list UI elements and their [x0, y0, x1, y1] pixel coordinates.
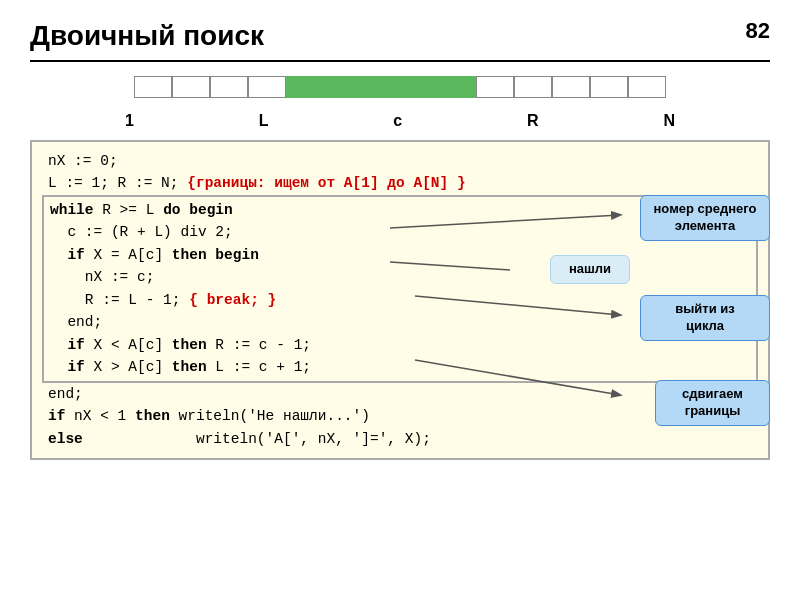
array-cell-10: [476, 76, 514, 98]
code-line-1: nX := 0;: [42, 150, 758, 172]
label-1: 1: [125, 112, 134, 130]
code-line-6: nX := c;: [44, 266, 756, 288]
callout-nomer: номер среднегоэлемента: [640, 195, 770, 241]
array-cell-8: [400, 76, 438, 98]
page-number: 82: [746, 18, 770, 44]
array-cell-6: [324, 76, 362, 98]
array-cell-12: [552, 76, 590, 98]
label-R: R: [527, 112, 539, 130]
array-cell-4: [248, 76, 286, 98]
array-cells: [134, 76, 666, 98]
array-cell-2: [172, 76, 210, 98]
title-divider: [30, 60, 770, 62]
code-line-5: if X = A[c] then begin: [44, 244, 756, 266]
code-comment-1: {границы: ищем от A[1] до A[N] }: [187, 175, 465, 191]
code-line-12: if nX < 1 then writeln('Не нашли...'): [42, 405, 758, 427]
array-cell-7: [362, 76, 400, 98]
code-line-13: else writeln('A[', nX, ']=', X);: [42, 428, 758, 450]
label-c: c: [393, 112, 402, 130]
callout-viyti: выйти изцикла: [640, 295, 770, 341]
array-cell-1: [134, 76, 172, 98]
array-cell-3: [210, 76, 248, 98]
code-line-2: L := 1; R := N; {границы: ищем от A[1] д…: [42, 172, 758, 194]
callout-nashli: нашли: [550, 255, 630, 284]
page-title: Двоичный поиск: [30, 20, 770, 52]
array-cell-13: [590, 76, 628, 98]
page: 82 Двоичный поиск 1 L c R: [0, 0, 800, 600]
label-N: N: [663, 112, 675, 130]
array-cell-11: [514, 76, 552, 98]
array-labels: 1 L c R N: [30, 112, 770, 140]
array-visualization: [30, 76, 770, 102]
array-cell-14: [628, 76, 666, 98]
array-cell-5: [286, 76, 324, 98]
array-cell-9: [438, 76, 476, 98]
callout-sdvigaem: сдвигаемграницы: [655, 380, 770, 426]
code-line-10: if X > A[c] then L := c + 1;: [44, 356, 756, 378]
label-L: L: [259, 112, 269, 130]
code-line-11: end;: [42, 383, 758, 405]
